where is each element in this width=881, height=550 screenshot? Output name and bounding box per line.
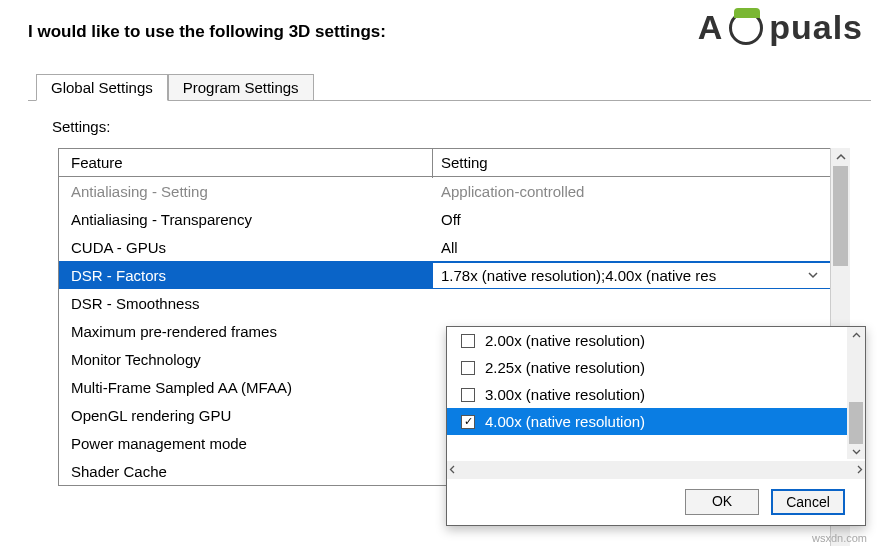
feature-cell: OpenGL rendering GPU	[59, 403, 433, 428]
popup-scrollbar-vertical[interactable]	[847, 327, 865, 459]
setting-cell-dropdown[interactable]: 1.78x (native resolution);4.00x (native …	[433, 263, 849, 288]
watermark-text-right: puals	[769, 8, 863, 47]
ok-button[interactable]: OK	[685, 489, 759, 515]
setting-cell: Application-controlled	[433, 179, 849, 204]
scroll-down-icon[interactable]	[847, 443, 865, 459]
checkbox-icon[interactable]	[461, 334, 475, 348]
chevron-down-icon[interactable]	[807, 267, 819, 284]
footer-credit: wsxdn.com	[812, 532, 867, 544]
table-row[interactable]: DSR - Smoothness	[59, 289, 849, 317]
scroll-up-icon[interactable]	[847, 327, 865, 343]
scroll-up-icon[interactable]	[831, 148, 850, 166]
feature-cell: DSR - Smoothness	[59, 291, 433, 316]
option-label: 3.00x (native resolution)	[485, 386, 645, 403]
setting-cell: All	[433, 235, 849, 260]
column-header-setting[interactable]: Setting	[433, 150, 849, 175]
feature-cell: Antialiasing - Setting	[59, 179, 433, 204]
watermark-face-icon	[729, 11, 763, 45]
dsr-factors-popup: 2.00x (native resolution) 2.25x (native …	[446, 326, 866, 526]
option-label: 4.00x (native resolution)	[485, 413, 645, 430]
feature-cell: Antialiasing - Transparency	[59, 207, 433, 232]
popup-option[interactable]: 3.00x (native resolution)	[447, 381, 865, 408]
settings-label: Settings:	[52, 118, 110, 135]
popup-option[interactable]: 2.25x (native resolution)	[447, 354, 865, 381]
dropdown-value: 1.78x (native resolution);4.00x (native …	[441, 267, 716, 284]
table-row[interactable]: Antialiasing - Setting Application-contr…	[59, 177, 849, 205]
scroll-left-icon[interactable]	[449, 465, 456, 476]
column-divider	[432, 148, 433, 178]
setting-cell: Off	[433, 207, 849, 232]
popup-option-highlighted[interactable]: 4.00x (native resolution)	[447, 408, 865, 435]
checkbox-icon[interactable]	[461, 361, 475, 375]
setting-cell	[433, 299, 849, 307]
popup-scrollbar-horizontal[interactable]	[447, 461, 865, 479]
feature-cell: Multi-Frame Sampled AA (MFAA)	[59, 375, 433, 400]
option-label: 2.00x (native resolution)	[485, 332, 645, 349]
table-row[interactable]: CUDA - GPUs All	[59, 233, 849, 261]
checkbox-checked-icon[interactable]	[461, 415, 475, 429]
tabs: Global Settings Program Settings	[36, 74, 314, 101]
feature-cell: Power management mode	[59, 431, 433, 456]
popup-list: 2.00x (native resolution) 2.25x (native …	[447, 327, 865, 461]
tab-global-settings[interactable]: Global Settings	[36, 74, 168, 101]
scroll-right-icon[interactable]	[856, 465, 863, 476]
feature-cell: Maximum pre-rendered frames	[59, 319, 433, 344]
watermark-logo: A puals	[698, 8, 863, 47]
option-label: 2.25x (native resolution)	[485, 359, 645, 376]
table-row[interactable]: Antialiasing - Transparency Off	[59, 205, 849, 233]
feature-cell: Monitor Technology	[59, 347, 433, 372]
watermark-text-left: A	[698, 8, 724, 47]
checkbox-icon[interactable]	[461, 388, 475, 402]
column-header-feature[interactable]: Feature	[59, 150, 433, 175]
popup-footer: OK Cancel	[447, 479, 865, 525]
scroll-thumb[interactable]	[833, 166, 848, 266]
scroll-thumb[interactable]	[849, 402, 863, 444]
popup-option[interactable]: 2.00x (native resolution)	[447, 327, 865, 354]
feature-cell: Shader Cache	[59, 459, 433, 484]
table-row-selected[interactable]: DSR - Factors 1.78x (native resolution);…	[59, 261, 849, 289]
tab-program-settings[interactable]: Program Settings	[168, 74, 314, 101]
grid-header: Feature Setting	[59, 149, 849, 177]
feature-cell: DSR - Factors	[59, 263, 433, 288]
feature-cell: CUDA - GPUs	[59, 235, 433, 260]
cancel-button[interactable]: Cancel	[771, 489, 845, 515]
